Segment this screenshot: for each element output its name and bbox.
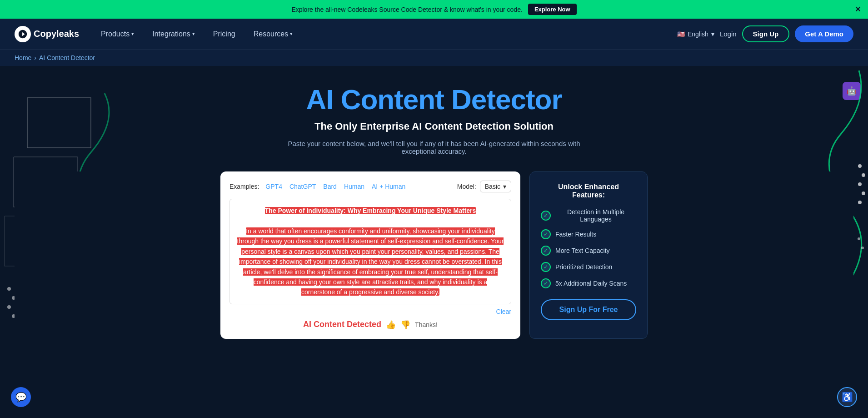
svg-point-1	[862, 173, 865, 177]
nav-integrations[interactable]: Integrations ▾	[145, 26, 202, 42]
navbar: Copyleaks Products ▾ Integrations ▾ Pric…	[0, 19, 868, 50]
breadcrumb-home[interactable]: Home	[15, 54, 31, 61]
breadcrumb-separator: ›	[34, 54, 36, 61]
clear-link[interactable]: Clear	[229, 308, 511, 315]
nav-pricing[interactable]: Pricing	[206, 26, 243, 42]
logo-text: Copyleaks	[34, 29, 79, 39]
products-chevron-icon: ▾	[131, 31, 134, 37]
ai-widget-icon: 🤖	[847, 86, 857, 96]
feature-check-icon-1: ✓	[541, 211, 551, 221]
nav-products[interactable]: Products ▾	[94, 26, 141, 42]
page-title: AI Content Detector	[15, 84, 853, 115]
thanks-text: Thanks!	[415, 321, 438, 328]
hero-subtitle: The Only Enterprise AI Content Detection…	[15, 121, 853, 132]
feature-item-3: ✓ More Text Capacity	[541, 246, 636, 256]
top-banner: Explore the all-new Codeleaks Source Cod…	[0, 0, 868, 19]
example-gpt4[interactable]: GPT4	[263, 182, 285, 191]
svg-point-0	[858, 164, 862, 168]
chat-icon: 💬	[15, 392, 27, 403]
text-body: In a world that often encourages conform…	[237, 227, 504, 296]
lang-chevron-icon: ▾	[711, 30, 714, 38]
chat-button[interactable]: 💬	[11, 387, 31, 407]
feature-item-2: ✓ Faster Results	[541, 229, 636, 239]
examples-label: Examples:	[229, 183, 259, 190]
flag-icon: 🇺🇸	[677, 30, 685, 38]
feature-check-icon-3: ✓	[541, 246, 551, 256]
integrations-chevron-icon: ▾	[192, 31, 195, 37]
features-panel: Unlock Enhanced Features: ✓ Detection in…	[529, 171, 648, 339]
features-title: Unlock Enhanced Features:	[541, 183, 636, 199]
feature-item-5: ✓ 5x Additional Daily Scans	[541, 278, 636, 288]
breadcrumb-current: AI Content Detector	[39, 54, 95, 61]
ai-widget-button[interactable]: 🤖	[843, 82, 861, 100]
sign-up-button[interactable]: Sign Up	[742, 25, 790, 42]
model-select[interactable]: Basic ▾	[480, 181, 511, 192]
accessibility-icon: ♿	[842, 392, 853, 403]
nav-right: 🇺🇸 English ▾ Login Sign Up Get A Demo	[677, 25, 853, 42]
nav-resources[interactable]: Resources ▾	[246, 26, 300, 42]
accessibility-button[interactable]: ♿	[837, 387, 857, 407]
examples-row: Examples: GPT4 ChatGPT Bard Human AI + H…	[229, 182, 408, 191]
hero-description: Paste your content below, and we'll tell…	[279, 140, 589, 155]
thumbs-up-icon[interactable]: 👍	[386, 320, 396, 330]
close-banner-icon[interactable]: ✕	[855, 5, 861, 14]
model-label: Model:	[457, 183, 476, 190]
svg-point-2	[858, 182, 862, 186]
login-link[interactable]: Login	[720, 30, 737, 38]
get-demo-button[interactable]: Get A Demo	[795, 25, 853, 42]
breadcrumb: Home › AI Content Detector	[0, 50, 868, 66]
feature-item-4: ✓ Prioritized Detection	[541, 262, 636, 272]
model-chevron-icon: ▾	[503, 183, 506, 190]
feature-label-1: Detection in Multiple Languages	[555, 208, 636, 223]
nav-items: Products ▾ Integrations ▾ Pricing Resour…	[94, 26, 677, 42]
feature-check-icon-2: ✓	[541, 229, 551, 239]
svg-point-9	[7, 305, 11, 309]
svg-point-3	[862, 191, 865, 195]
feature-label-2: Faster Results	[555, 231, 596, 238]
detector-panel: Examples: GPT4 ChatGPT Bard Human AI + H…	[220, 171, 520, 339]
hero-section: AI Content Detector The Only Enterprise …	[0, 66, 868, 357]
svg-point-6	[861, 247, 864, 249]
explore-now-button[interactable]: Explore Now	[528, 4, 577, 15]
thumbs-down-icon[interactable]: 👎	[400, 320, 410, 330]
example-ai-human[interactable]: AI + Human	[369, 182, 408, 191]
model-value: Basic	[485, 183, 500, 190]
ai-detected-label: AI Content Detected	[303, 320, 381, 329]
logo-icon	[15, 26, 31, 42]
feature-item-1: ✓ Detection in Multiple Languages	[541, 208, 636, 223]
resources-chevron-icon: ▾	[290, 31, 293, 37]
detector-top-row: Examples: GPT4 ChatGPT Bard Human AI + H…	[229, 181, 511, 192]
sign-up-free-button[interactable]: Sign Up For Free	[541, 299, 636, 320]
content-input-area[interactable]: The Power of Individuality: Why Embracin…	[229, 199, 511, 304]
text-title: The Power of Individuality: Why Embracin…	[265, 207, 476, 214]
result-row: AI Content Detected 👍 👎 Thanks!	[229, 320, 511, 330]
main-content: Examples: GPT4 ChatGPT Bard Human AI + H…	[15, 171, 853, 357]
banner-text: Explore the all-new Codeleaks Source Cod…	[291, 6, 523, 13]
svg-point-7	[7, 287, 11, 291]
model-row: Model: Basic ▾	[457, 181, 511, 192]
example-chatgpt[interactable]: ChatGPT	[287, 182, 319, 191]
feature-label-5: 5x Additional Daily Scans	[555, 280, 627, 287]
feature-label-3: More Text Capacity	[555, 247, 610, 254]
feature-label-4: Prioritized Detection	[555, 263, 612, 271]
feature-check-icon-4: ✓	[541, 262, 551, 272]
svg-point-5	[858, 237, 860, 240]
example-bard[interactable]: Bard	[320, 182, 339, 191]
example-human[interactable]: Human	[341, 182, 367, 191]
language-selector[interactable]: 🇺🇸 English ▾	[677, 30, 714, 38]
logo-link[interactable]: Copyleaks	[15, 26, 79, 42]
svg-point-4	[858, 201, 862, 204]
feature-check-icon-5: ✓	[541, 278, 551, 288]
